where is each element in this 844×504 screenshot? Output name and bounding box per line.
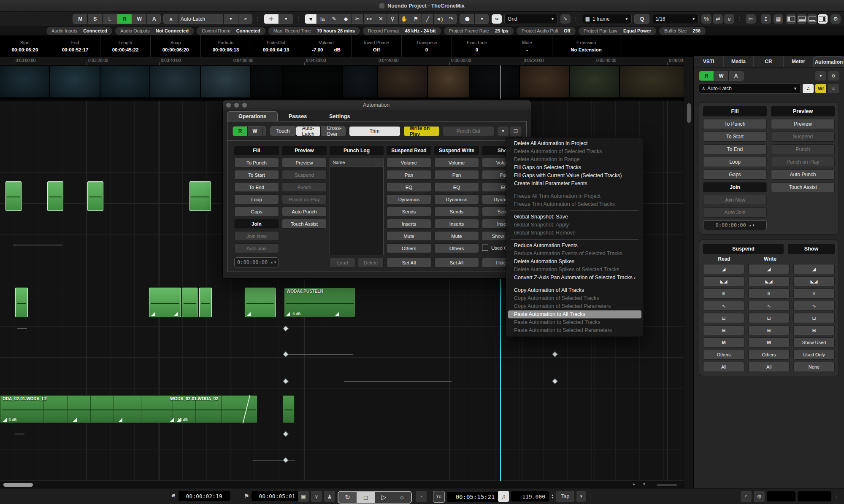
to-start-button[interactable]: To Start xyxy=(234,170,279,180)
keyboard-icon[interactable]: ▦ xyxy=(774,14,784,24)
suspend-write-mute-button[interactable]: M xyxy=(748,337,790,348)
info-field-transpose[interactable]: Transpose0 xyxy=(402,35,452,57)
others-button[interactable]: Others xyxy=(387,243,431,253)
audio-clip[interactable] xyxy=(199,288,212,317)
zoom-menu-icon[interactable]: ▾ xyxy=(643,482,645,486)
show-pan-button[interactable]: ◣◢ xyxy=(793,276,835,286)
menu-item[interactable]: Create Initial Parameter Events xyxy=(508,180,641,188)
eq-button[interactable]: EQ xyxy=(387,182,431,192)
set-all-button[interactable]: Set All xyxy=(387,258,431,267)
info-field-fade-out[interactable]: Fade-Out00:00:04:13 xyxy=(251,35,301,57)
automation-point[interactable] xyxy=(283,431,289,437)
tempo-stepper[interactable]: ▲▼ xyxy=(551,494,554,499)
tab-meter[interactable]: Meter xyxy=(784,57,814,67)
automation-w-button[interactable]: W xyxy=(714,71,728,81)
suspend-write-sends-button[interactable]: ⊡ xyxy=(748,313,790,323)
info-field-volume[interactable]: Volume-7.00dB xyxy=(301,35,352,57)
to-start-button[interactable]: To Start xyxy=(703,132,767,142)
empty-display-field[interactable] xyxy=(767,491,795,501)
fade-settings-icon[interactable]: ◜ xyxy=(741,491,752,502)
suspend-read-dynamics-button[interactable]: ∿ xyxy=(703,301,744,311)
mute-button[interactable]: Mute xyxy=(434,231,479,241)
suspend-read-volume-button[interactable]: ◢ xyxy=(703,264,744,274)
to-end-button[interactable]: To End xyxy=(234,182,279,192)
color-tool-icon[interactable]: ⬤ xyxy=(460,14,474,24)
fade-handle-icon[interactable] xyxy=(174,312,178,316)
write-on-play-button[interactable]: Write on Play xyxy=(404,127,440,136)
preview-button[interactable]: Preview xyxy=(771,119,835,129)
window-layout-gear-icon[interactable]: ⚙ xyxy=(830,14,841,24)
draw-tool[interactable]: ✎ xyxy=(328,14,340,24)
punch-out-icon[interactable]: ♟ xyxy=(324,491,335,502)
suspend-write-icon[interactable]: W/ xyxy=(815,84,826,93)
right-locator-flag-icon[interactable]: ⚑ xyxy=(244,493,249,499)
suspend-write-inserts-button[interactable]: ⊟ xyxy=(748,325,790,335)
toggle-bottom-zone-button[interactable] xyxy=(807,14,817,24)
zoom-slider[interactable] xyxy=(657,484,677,486)
to-punch-button[interactable]: To Punch xyxy=(703,119,767,129)
automation-point[interactable] xyxy=(283,351,289,357)
join-button[interactable]: Join xyxy=(703,182,767,192)
settings-gear-icon[interactable]: ⚙ xyxy=(828,71,839,81)
primary-time-display[interactable]: 00:05:15:21 xyxy=(447,492,503,502)
suspend-read-sends-button[interactable]: ⊡ xyxy=(703,313,744,323)
tab-operations[interactable]: Operations xyxy=(227,111,278,121)
audio-clip[interactable] xyxy=(87,181,103,211)
join-button[interactable]: Join xyxy=(234,219,279,229)
info-field-length[interactable]: Length00:00:45:22 xyxy=(100,35,151,57)
audio-clip[interactable]: ODA_02-01.WODA_02-3 dBWODA_02-01.WODA_02… xyxy=(0,395,257,423)
volume-button[interactable]: Volume xyxy=(387,158,431,167)
automation-point[interactable] xyxy=(283,457,289,463)
volume-button[interactable]: Volume xyxy=(434,158,479,167)
automation-r-button[interactable]: R xyxy=(699,71,714,81)
audio-clip[interactable] xyxy=(189,181,211,211)
suspend-read-mute-button[interactable]: M xyxy=(703,337,744,348)
line-tool[interactable]: ╱ xyxy=(422,14,433,24)
track-m-button[interactable]: M xyxy=(73,14,87,24)
mode-cross-over[interactable]: Cross-Over xyxy=(321,127,346,136)
zoom-window-icon[interactable] xyxy=(242,103,247,108)
pan-button[interactable]: Pan xyxy=(434,170,479,180)
info-field-extension[interactable]: ExtensionNo Extension xyxy=(552,35,620,57)
hand-tool[interactable]: ✋ xyxy=(399,14,410,24)
play-tool[interactable]: ◄) xyxy=(434,14,445,24)
suspend-write-all-button[interactable]: All xyxy=(748,362,790,372)
vertical-scrollbar[interactable] xyxy=(684,57,694,488)
automation-r-button[interactable]: R xyxy=(233,127,247,136)
workspace-dropdown-icon[interactable]: ▼ xyxy=(279,14,293,24)
menu-item[interactable]: Global Snapshot: Save xyxy=(508,213,641,221)
pan-button[interactable]: Pan xyxy=(387,170,431,180)
show-mute-button[interactable]: Show Used xyxy=(793,337,835,348)
tab-media[interactable]: Media xyxy=(724,57,754,67)
left-locator-time[interactable]: 00:00:02:19 xyxy=(179,491,230,501)
empty-display-field[interactable] xyxy=(798,491,831,501)
auto-punch-button[interactable]: Auto Punch xyxy=(771,170,835,180)
audio-clip[interactable] xyxy=(182,288,197,317)
zoom-preset-icon[interactable]: ▸ xyxy=(633,482,635,486)
loop-button[interactable]: Loop xyxy=(703,157,767,167)
track-s-button[interactable]: S xyxy=(88,14,102,24)
dynamics-button[interactable]: Dynamics xyxy=(387,194,431,204)
automation-point[interactable] xyxy=(552,378,558,384)
right-locator-time[interactable]: 00:00:05:01 xyxy=(252,491,303,501)
timeline-ruler[interactable]: 0:03:00:000:03:20:000:03:40:000:04:00:00… xyxy=(0,57,684,66)
toggle-lower-zone-button[interactable] xyxy=(797,14,807,24)
play-button[interactable]: ▷ xyxy=(375,492,393,503)
horizontal-scroll-handle[interactable] xyxy=(3,483,33,487)
menu-item[interactable]: Delete Automation Spikes xyxy=(508,258,641,266)
functions-menu-button[interactable]: ▼ xyxy=(498,127,509,136)
set-all-button[interactable]: Set All xyxy=(434,258,479,267)
mode-touch[interactable]: Touch xyxy=(271,127,296,136)
suspend-write-dynamics-button[interactable]: ∿ xyxy=(748,301,790,311)
track-a-button[interactable]: A xyxy=(147,14,161,24)
grid-resolution-select[interactable]: ▦ 1 frame ▼ xyxy=(582,14,632,24)
punch-time-field[interactable]: 0:00:00:00▲ ▼ xyxy=(234,257,279,267)
split-tool[interactable]: ✂ xyxy=(352,14,363,24)
checkbox-icon[interactable] xyxy=(482,245,488,251)
time-stepper[interactable]: ▲ ▼ xyxy=(271,261,276,264)
fade-handle-icon[interactable] xyxy=(151,312,155,316)
show-all-button[interactable]: None xyxy=(793,362,835,372)
menu-item[interactable]: Copy Automation of All Tracks xyxy=(508,286,641,294)
suspend-write-eq-button[interactable]: ≡ xyxy=(748,288,790,299)
stop-button[interactable]: □ xyxy=(357,492,375,503)
